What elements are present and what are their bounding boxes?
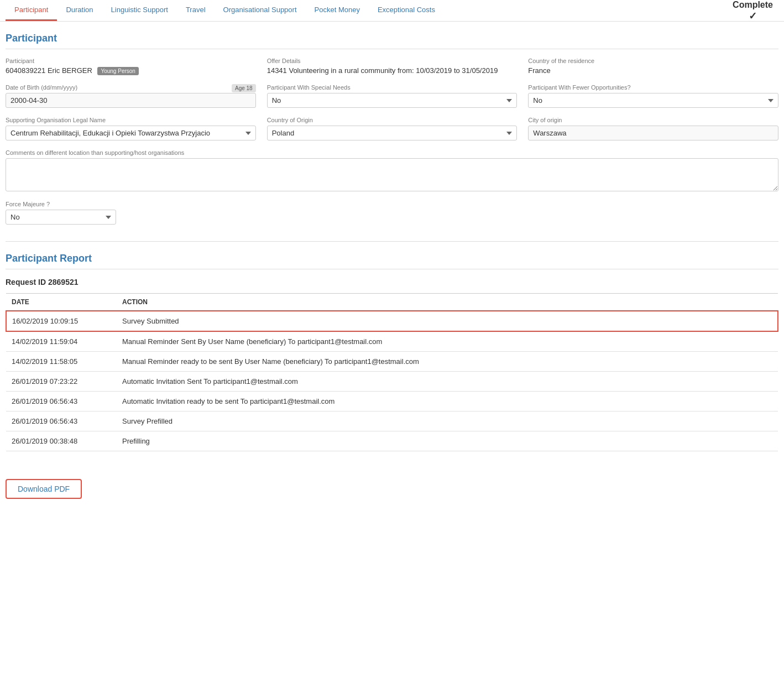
- dob-label: Date of Birth (dd/mm/yyyy) Age 18: [6, 84, 256, 91]
- download-pdf-button[interactable]: Download PDF: [6, 479, 82, 499]
- row-date: 26/01/2019 06:56:43: [6, 392, 117, 411]
- participant-id-value: 6040839221 Eric BERGER Young Person: [6, 66, 256, 75]
- comments-label: Comments on different location than supp…: [6, 149, 778, 156]
- force-majeure-group: Force Majeure ? No Yes: [6, 201, 778, 225]
- participant-section: Participant Participant 6040839221 Eric …: [6, 33, 778, 225]
- force-majeure-label: Force Majeure ?: [6, 201, 778, 207]
- participant-section-title: Participant: [6, 33, 778, 49]
- request-id: Request ID 2869521: [6, 278, 778, 287]
- city-origin-col: City of origin: [528, 117, 778, 140]
- row-action: Survey Submitted: [117, 311, 778, 331]
- fewer-opportunities-col: Participant With Fewer Opportunities? No…: [528, 84, 778, 108]
- comments-group: Comments on different location than supp…: [6, 149, 778, 193]
- participant-row-3: Supporting Organisation Legal Name Centr…: [6, 117, 778, 140]
- col-header-date: DATE: [6, 294, 117, 311]
- fewer-opportunities-select[interactable]: No Yes: [528, 93, 778, 108]
- tab-pocket-money[interactable]: Pocket Money: [306, 0, 369, 21]
- city-origin-label: City of origin: [528, 117, 778, 123]
- city-origin-input[interactable]: [528, 126, 778, 140]
- participant-row-1: Participant 6040839221 Eric BERGER Young…: [6, 58, 778, 75]
- row-date: 26/01/2019 06:56:43: [6, 411, 117, 431]
- supporting-org-col: Supporting Organisation Legal Name Centr…: [6, 117, 256, 140]
- row-action: Automatic Invitation Sent To participant…: [117, 372, 778, 392]
- comments-textarea[interactable]: [6, 158, 778, 191]
- country-residence-col: Country of the residence France: [528, 58, 778, 75]
- offer-details-label: Offer Details: [267, 58, 518, 64]
- row-date: 26/01/2019 00:38:48: [6, 431, 117, 451]
- supporting-org-label: Supporting Organisation Legal Name: [6, 117, 256, 123]
- table-row: 26/01/2019 07:23:22Automatic Invitation …: [6, 372, 778, 392]
- participant-id-col: Participant 6040839221 Eric BERGER Young…: [6, 58, 256, 75]
- supporting-org-select[interactable]: Centrum Rehabilitacji, Edukacji i Opieki…: [6, 126, 256, 140]
- table-header-row: DATE ACTION: [6, 294, 778, 311]
- fewer-opportunities-label: Participant With Fewer Opportunities?: [528, 84, 778, 91]
- row-date: 14/02/2019 11:58:05: [6, 352, 117, 372]
- young-person-badge: Young Person: [97, 67, 138, 75]
- table-row: 26/01/2019 06:56:43Survey Prefilled: [6, 411, 778, 431]
- special-needs-select[interactable]: No Yes: [267, 93, 518, 108]
- row-action: Automatic Invitation ready to be sent To…: [117, 392, 778, 411]
- participant-id-label: Participant: [6, 58, 256, 64]
- table-row: 14/02/2019 11:59:04Manual Reminder Sent …: [6, 331, 778, 352]
- report-table: DATE ACTION 16/02/2019 10:09:15Survey Su…: [6, 293, 778, 451]
- table-row: 16/02/2019 10:09:15Survey Submitted: [6, 311, 778, 331]
- row-date: 16/02/2019 10:09:15: [6, 311, 117, 331]
- offer-details-col: Offer Details 14341 Volunteering in a ru…: [267, 58, 518, 75]
- tab-linguistic-support[interactable]: Linguistic Support: [102, 0, 177, 21]
- special-needs-col: Participant With Special Needs No Yes: [267, 84, 518, 108]
- tab-organisational-support[interactable]: Organisational Support: [215, 0, 306, 21]
- age-badge: Age 18: [232, 84, 256, 92]
- complete-checkmark: ✓: [733, 10, 773, 22]
- country-origin-label: Country of Origin: [267, 117, 518, 123]
- country-residence-label: Country of the residence: [528, 58, 778, 64]
- col-header-action: ACTION: [117, 294, 778, 311]
- participant-row-2: Date of Birth (dd/mm/yyyy) Age 18 Partic…: [6, 84, 778, 108]
- country-residence-value: France: [528, 66, 778, 75]
- section-divider: [6, 241, 778, 242]
- row-action: Manual Reminder Sent By User Name (benef…: [117, 331, 778, 352]
- table-row: 26/01/2019 00:38:48Prefilling: [6, 431, 778, 451]
- tab-participant[interactable]: Participant: [6, 0, 57, 21]
- tabs-bar: Participant Duration Linguistic Support …: [0, 0, 784, 22]
- country-origin-col: Country of Origin Poland: [267, 117, 518, 140]
- complete-status: Complete ✓: [733, 0, 773, 22]
- table-row: 26/01/2019 06:56:43Automatic Invitation …: [6, 392, 778, 411]
- row-date: 26/01/2019 07:23:22: [6, 372, 117, 392]
- force-majeure-select[interactable]: No Yes: [6, 210, 116, 225]
- main-content: Participant Participant 6040839221 Eric …: [0, 22, 784, 510]
- country-origin-select[interactable]: Poland: [267, 126, 518, 140]
- table-row: 14/02/2019 11:58:05Manual Reminder ready…: [6, 352, 778, 372]
- special-needs-label: Participant With Special Needs: [267, 84, 518, 91]
- report-section: Participant Report Request ID 2869521 DA…: [6, 253, 778, 451]
- complete-label: Complete: [733, 0, 773, 10]
- row-action: Prefilling: [117, 431, 778, 451]
- row-date: 14/02/2019 11:59:04: [6, 331, 117, 352]
- tab-travel[interactable]: Travel: [177, 0, 215, 21]
- offer-details-value: 14341 Volunteering in a rural community …: [267, 66, 518, 75]
- tab-duration[interactable]: Duration: [57, 0, 102, 21]
- dob-input[interactable]: [6, 93, 256, 108]
- dob-col: Date of Birth (dd/mm/yyyy) Age 18: [6, 84, 256, 108]
- tab-exceptional-costs[interactable]: Exceptional Costs: [369, 0, 444, 21]
- row-action: Survey Prefilled: [117, 411, 778, 431]
- report-section-title: Participant Report: [6, 253, 778, 269]
- row-action: Manual Reminder ready to be sent By User…: [117, 352, 778, 372]
